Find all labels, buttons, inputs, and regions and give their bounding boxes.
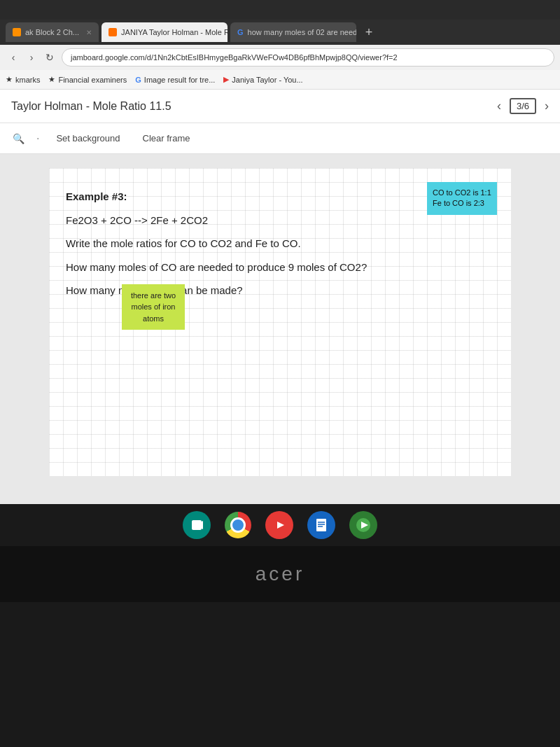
bookmarks-bar: ★ kmarks ★ Financial examiners G Image r… [0,70,560,90]
prev-page-button[interactable]: ‹ [497,99,501,113]
tab-2[interactable]: JANIYA Taylor Holman - Mole R... ✕ [102,22,227,42]
sticky-note-cyan[interactable]: CO to CO2 is 1:1 Fe to CO is 2:3 [427,182,497,215]
toolbar: 🔍 · Set background Clear frame [0,123,560,154]
new-tab-button[interactable]: + [359,22,379,42]
next-page-button[interactable]: › [545,99,549,113]
search-tool-button[interactable]: 🔍 [11,132,25,146]
sticky-yellow-text: there are two moles of iron atoms [131,291,176,323]
bookmark-financial[interactable]: ★ Financial examiners [48,75,127,84]
tab-label-1: ak Block 2 Ch... [25,28,79,36]
top-bar [0,0,560,20]
bookmark-star-2: ★ [48,75,55,84]
taskbar [0,504,560,546]
bookmark-g-icon: G [135,76,141,84]
tab-close-1[interactable]: ✕ [86,29,92,36]
clear-frame-button[interactable]: Clear frame [137,130,196,146]
sticky-cyan-text: CO to CO2 is 1:1 Fe to CO is 2:3 [433,188,491,207]
bookmark-kmarks[interactable]: ★ kmarks [6,75,40,84]
nav-controls: ‹ 3/6 › [497,98,549,114]
url-text: jamboard.google.com/d/1Nn2kCbtEsIBHmygeB… [71,53,398,62]
line1-text: Write the mole ratios for CO to CO2 and … [66,235,494,253]
taskbar-meet-icon[interactable] [183,511,211,539]
forward-button[interactable]: › [24,50,39,65]
bookmark-label-kmarks: kmarks [15,76,40,84]
toolbar-separator: · [36,132,39,145]
page-indicator: 3/6 [510,98,536,114]
jamboard-title: Taylor Holman - Mole Ratio 11.5 [11,100,172,113]
tab-favicon-2 [108,28,117,36]
tab-label-3: how many moles of 02 are need... [248,28,356,36]
svg-rect-4 [316,519,326,531]
sticky-note-yellow[interactable]: there are two moles of iron atoms [122,284,185,330]
taskbar-youtube-icon[interactable] [265,511,293,539]
jamboard-header: Taylor Holman - Mole Ratio 11.5 ‹ 3/6 › [0,90,560,123]
nav-buttons: ‹ › ↻ [6,50,57,65]
canvas-area: CO to CO2 is 1:1 Fe to CO is 2:3 Example… [0,154,560,490]
taskbar-docs-icon[interactable] [307,511,335,539]
bookmark-label-youtube: Janiya Taylor - You... [232,76,302,84]
bookmark-yt-icon: ▶ [223,75,229,84]
tab-favicon-1 [13,28,21,36]
address-input[interactable]: jamboard.google.com/d/1Nn2kCbtEsIBHmygeB… [62,48,554,67]
bookmark-label-image: Image result for tre... [144,76,215,84]
address-bar-area: ‹ › ↻ jamboard.google.com/d/1Nn2kCbtEsIB… [0,45,560,70]
line2-text: How many moles of CO are needed to produ… [66,258,494,277]
bookmark-star-1: ★ [6,75,13,84]
tab-3[interactable]: G how many moles of 02 are need... ✕ [230,22,356,42]
reload-button[interactable]: ↻ [42,50,57,65]
back-button[interactable]: ‹ [6,50,21,65]
acer-logo-area: acer [0,546,560,602]
taskbar-play-icon[interactable] [349,511,377,539]
taskbar-chrome-icon[interactable] [225,512,251,538]
canvas-inner: CO to CO2 is 1:1 Fe to CO is 2:3 Example… [49,168,511,476]
acer-logo: acer [255,563,304,585]
set-background-button[interactable]: Set background [50,130,125,146]
tab-bar: ak Block 2 Ch... ✕ JANIYA Taylor Holman … [0,20,560,45]
bookmark-google-image[interactable]: G Image result for tre... [135,76,215,84]
bookmark-youtube[interactable]: ▶ Janiya Taylor - You... [223,75,302,84]
tab-1[interactable]: ak Block 2 Ch... ✕ [6,22,99,42]
tab-favicon-3: G [237,28,244,36]
bookmark-label-financial: Financial examiners [58,76,127,84]
tab-label-2: JANIYA Taylor Holman - Mole R... [121,28,227,36]
canvas-bottom-spacer [0,490,560,504]
